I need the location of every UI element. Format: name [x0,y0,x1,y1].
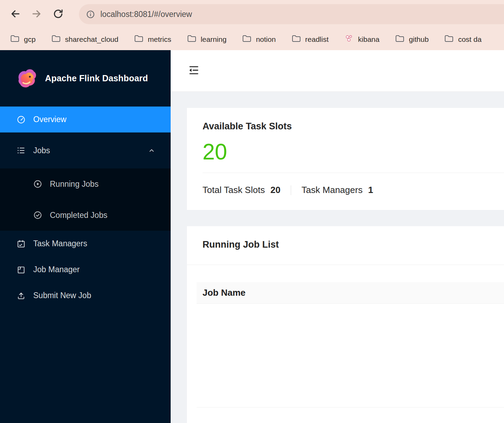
kibana-icon [344,34,353,44]
reload-button[interactable] [49,5,67,23]
bookmark-gcp[interactable]: gcp [10,35,36,44]
slots-stats-row: Total Task Slots 20 Task Managers 1 [202,185,504,206]
vertical-divider [291,185,291,195]
folder-icon [395,35,404,44]
sidebar-item-label: Task Managers [33,239,87,248]
bookmark-label: readlist [305,35,329,44]
task-managers-label: Task Managers [302,185,362,195]
content-header [171,50,504,92]
bookmark-label: notion [256,35,276,44]
reload-icon [53,8,64,20]
sidebar: Apache Flink Dashboard Overview Jobs [0,50,171,423]
table-empty-body [197,304,504,407]
sidebar-item-task-managers[interactable]: Task Managers [0,231,171,257]
play-circle-icon [33,180,42,188]
running-job-list-card: Running Job List Job Name [187,226,504,423]
site-info-icon[interactable] [86,10,95,19]
sidebar-item-label: Completed Jobs [50,211,107,220]
browser-chrome: localhost:8081/#/overview gcp sharechat_… [0,0,504,50]
bookmark-label: kibana [358,35,379,44]
task-managers-value: 1 [368,185,373,195]
sidebar-item-overview[interactable]: Overview [0,107,171,132]
check-circle-icon [33,211,42,220]
main-content: Available Task Slots 20 Total Task Slots… [171,50,504,423]
divider [202,173,504,173]
list-icon [17,146,26,155]
bookmark-label: learning [201,35,227,44]
sidebar-item-jobs[interactable]: Jobs [0,132,171,168]
app-title: Apache Flink Dashboard [45,73,148,83]
chevron-up-icon [148,147,155,154]
menu-fold-icon [188,72,200,77]
forward-button[interactable] [28,5,46,23]
bookmark-label: gcp [24,35,36,44]
folder-icon [52,35,61,44]
card-header: Running Job List [187,226,504,265]
address-bar[interactable]: localhost:8081/#/overview [79,4,504,24]
bookmark-learning[interactable]: learning [187,35,227,44]
dashboard-gauge-icon [17,115,26,124]
sidebar-item-completed-jobs[interactable]: Completed Jobs [0,200,171,231]
card-title: Available Task Slots [202,121,504,132]
sidebar-item-label: Submit New Job [33,291,91,300]
browser-toolbar: localhost:8081/#/overview [0,0,504,28]
sidebar-item-label: Jobs [33,146,50,155]
available-slots-value: 20 [202,141,504,163]
job-name-column-header: Job Name [197,287,245,298]
bookmark-label: github [409,35,429,44]
bookmark-label: metrics [148,35,171,44]
bookmark-cost-dashboard[interactable]: cost da [444,35,482,44]
upload-icon [17,291,26,300]
bookmark-label: sharechat_cloud [65,35,118,44]
forward-arrow-icon [31,8,42,20]
back-button[interactable] [6,5,24,23]
borders-icon [17,265,26,274]
folder-icon [134,35,143,44]
total-task-slots-label: Total Task Slots [202,185,265,195]
bookmark-metrics[interactable]: metrics [134,35,171,44]
flink-squirrel-logo [15,67,38,90]
content-body: Available Task Slots 20 Total Task Slots… [171,92,504,423]
bookmark-notion[interactable]: notion [242,35,276,44]
schedule-icon [17,239,26,248]
bookmark-kibana[interactable]: kibana [344,34,379,44]
folder-icon [292,35,301,44]
bookmark-label: cost da [458,35,482,44]
sidebar-item-running-jobs[interactable]: Running Jobs [0,168,171,200]
folder-icon [444,35,453,44]
available-task-slots-card: Available Task Slots 20 Total Task Slots… [187,108,504,210]
folder-icon [187,35,196,44]
sidebar-item-job-manager[interactable]: Job Manager [0,257,171,283]
bookmark-github[interactable]: github [395,35,429,44]
sidebar-item-label: Job Manager [33,265,80,274]
menu-fold-button[interactable] [187,64,201,78]
bookmarks-bar: gcp sharechat_cloud metrics learning not… [0,28,504,50]
bookmark-sharechat-cloud[interactable]: sharechat_cloud [52,35,118,44]
sidebar-nav: Overview Jobs Running Jobs [0,107,171,309]
table-header-row: Job Name [197,282,504,304]
sidebar-item-submit-new-job[interactable]: Submit New Job [0,283,171,309]
card-title: Running Job List [202,239,504,250]
running-jobs-table: Job Name [197,282,504,407]
sidebar-item-label: Running Jobs [50,180,99,189]
url-text: localhost:8081/#/overview [100,10,192,19]
bookmark-readlist[interactable]: readlist [292,35,329,44]
jobs-submenu: Running Jobs Completed Jobs [0,168,171,231]
folder-icon [10,35,19,44]
back-arrow-icon [10,8,21,20]
sidebar-item-label: Overview [33,115,66,124]
brand-header: Apache Flink Dashboard [0,50,171,96]
folder-icon [242,35,251,44]
total-task-slots-value: 20 [270,185,280,195]
